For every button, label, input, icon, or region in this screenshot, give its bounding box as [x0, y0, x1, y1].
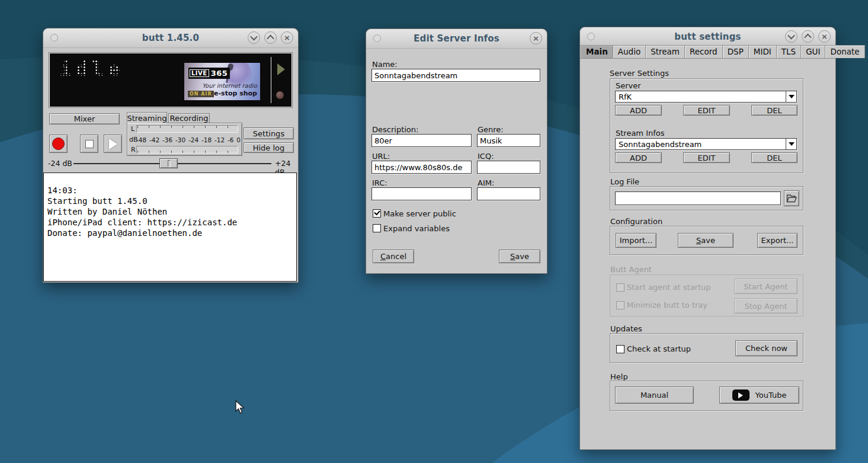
tab-tls[interactable]: TLS: [776, 45, 801, 58]
tab-streaming[interactable]: Streaming: [127, 112, 167, 123]
irc-label: IRC:: [372, 178, 387, 187]
stream-add-button[interactable]: ADD: [615, 152, 662, 163]
hide-log-button[interactable]: Hide log: [244, 142, 294, 153]
log-line: iPhone/iPad client: https://izicast.de: [47, 217, 293, 228]
vu-left-meter: [136, 125, 238, 133]
tab-recording-label: Recording: [169, 114, 208, 123]
tab-recording[interactable]: Recording: [168, 113, 210, 123]
mixer-button[interactable]: Mixer: [49, 113, 120, 124]
vu-left-label: L: [131, 125, 134, 133]
import-button[interactable]: Import...: [616, 233, 656, 248]
name-field[interactable]: [371, 69, 540, 82]
description-label: Description:: [372, 125, 418, 134]
start-agent-at-startup-label: Start agent at startup: [627, 283, 711, 292]
check-now-button[interactable]: Check now: [735, 340, 797, 356]
stream-del-button[interactable]: DEL: [751, 152, 797, 163]
icq-field[interactable]: [477, 161, 540, 174]
close-window-button[interactable]: ×: [281, 31, 293, 44]
log-line: Starting butt 1.45.0: [47, 196, 293, 206]
close-window-button[interactable]: ×: [530, 32, 542, 44]
close-window-button[interactable]: ×: [818, 30, 831, 43]
server-dropdown[interactable]: RfK: [615, 91, 797, 103]
shade-window-button[interactable]: [248, 31, 260, 44]
edit-button-label: EDIT: [698, 106, 716, 115]
name-label: Name:: [372, 60, 398, 69]
titlebar[interactable]: butt 1.45.0 ×: [43, 28, 298, 48]
genre-field[interactable]: [477, 134, 540, 147]
url-label: URL:: [372, 152, 390, 161]
play-button[interactable]: [104, 135, 122, 153]
play-icon: [109, 139, 117, 149]
live365-banner[interactable]: LIVE 365 Your internet radio one-stop sh…: [184, 63, 260, 100]
edit-button-label: EDIT: [698, 154, 716, 162]
settings-tab-bar: Main Audio Stream Record DSP MIDI TLS GU…: [580, 46, 835, 59]
make-server-public-checkbox[interactable]: [373, 209, 381, 218]
server-del-button[interactable]: DEL: [751, 105, 797, 116]
stop-button[interactable]: [80, 135, 98, 153]
tab-gui[interactable]: GUI: [800, 45, 825, 58]
export-button-label: Export...: [761, 236, 794, 245]
youtube-icon: [732, 389, 750, 401]
vu-right-label: R: [131, 146, 136, 154]
stream-infos-dropdown[interactable]: Sonntagabendstream: [615, 138, 797, 150]
url-field[interactable]: [371, 161, 472, 174]
vu-scale-tick: -24: [188, 136, 198, 143]
vu-scale-tick: -42: [149, 136, 159, 143]
stop-agent-button-label: Stop Agent: [744, 302, 787, 311]
chevron-down-icon: [787, 32, 795, 40]
log-file-browse-button[interactable]: [784, 190, 799, 206]
add-button-label: ADD: [630, 106, 647, 115]
irc-field[interactable]: [371, 187, 472, 200]
hide-log-button-label: Hide log: [253, 143, 285, 152]
tab-donate[interactable]: Donate: [825, 45, 864, 58]
export-button[interactable]: Export...: [757, 233, 797, 248]
tab-stream[interactable]: Stream: [645, 45, 685, 58]
tab-dsp[interactable]: DSP: [722, 45, 749, 58]
manual-button[interactable]: Manual: [615, 387, 694, 404]
check-at-startup-checkbox[interactable]: [616, 345, 624, 353]
server-label: Server: [616, 81, 641, 90]
server-edit-button[interactable]: EDIT: [683, 105, 730, 116]
shade-window-button[interactable]: [785, 30, 797, 43]
folder-icon: [786, 194, 797, 203]
tab-main[interactable]: Main: [581, 45, 613, 58]
stop-icon: [85, 140, 94, 148]
save-button[interactable]: Save: [499, 250, 540, 263]
tab-midi[interactable]: MIDI: [748, 45, 777, 58]
help-legend: Help: [610, 372, 628, 381]
cancel-button[interactable]: Cancel: [373, 250, 414, 263]
titlebar[interactable]: butt settings ×: [580, 27, 835, 47]
banner-tagline1: Your internet radio: [202, 82, 257, 89]
maximize-window-button[interactable]: [802, 30, 814, 43]
log-output[interactable]: 14:03: Starting butt 1.45.0 Written by D…: [43, 173, 297, 282]
titlebar[interactable]: Edit Server Infos ×: [366, 29, 547, 49]
record-button[interactable]: [49, 135, 68, 153]
log-file-field[interactable]: [615, 191, 781, 205]
tab-audio[interactable]: Audio: [613, 45, 646, 58]
butt-agent-legend: Butt Agent: [610, 265, 652, 274]
tab-record[interactable]: Record: [684, 45, 723, 58]
chevron-up-icon: [267, 35, 274, 43]
aim-field[interactable]: [477, 187, 540, 200]
on-air-sign: ON AIR: [188, 91, 214, 97]
log-line: 14:03:: [47, 185, 293, 196]
youtube-button[interactable]: YouTube: [719, 387, 799, 404]
check-now-button-label: Check now: [745, 344, 787, 353]
volume-slider-thumb[interactable]: [159, 158, 178, 168]
365-wordmark: 365: [211, 69, 228, 78]
description-field[interactable]: [371, 134, 472, 147]
dropdown-arrow-zone: [786, 91, 796, 102]
settings-button[interactable]: Settings: [244, 127, 294, 139]
minimize-butt-to-tray-label: Minimize butt to tray: [627, 301, 707, 309]
vu-scale-tick: 0: [236, 136, 241, 143]
maximize-window-button[interactable]: [264, 31, 277, 44]
expand-variables-checkbox[interactable]: [373, 224, 381, 232]
stream-infos-dropdown-value: Sonntagabendstream: [616, 140, 786, 149]
config-save-button[interactable]: Save: [678, 233, 734, 248]
stream-edit-button[interactable]: EDIT: [683, 152, 730, 163]
vu-scale-tick: -12: [214, 136, 225, 143]
server-add-button[interactable]: ADD: [615, 105, 662, 116]
log-file-legend: Log File: [610, 177, 639, 186]
close-icon: ×: [533, 34, 539, 42]
log-line: Written by Daniel Nöthen: [47, 206, 293, 217]
